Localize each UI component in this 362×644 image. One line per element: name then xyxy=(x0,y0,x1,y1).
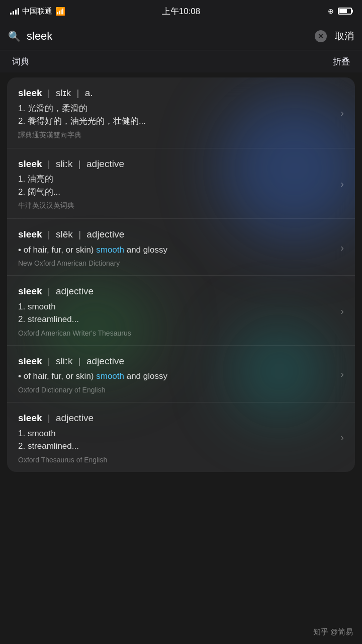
entry-4-source: Oxford American Writer's Thesaurus xyxy=(18,329,332,337)
entry-1-sep2: | xyxy=(77,88,82,98)
entry-4-pos: adjective xyxy=(56,286,94,296)
entry-6-word: sleek xyxy=(18,413,42,423)
entry-6-content: sleek | adjective 1. smooth 2. streamlin… xyxy=(18,412,332,464)
toolbar: 词典 折叠 xyxy=(0,50,362,72)
status-bar: 中国联通 📶 上午10:08 ⊕ xyxy=(0,0,362,22)
entry-3-word: sleek xyxy=(18,229,42,239)
entry-1-word: sleek xyxy=(18,88,42,98)
carrier-label: 中国联通 xyxy=(22,7,52,16)
chevron-right-icon: › xyxy=(340,242,344,254)
entry-4-content: sleek | adjective 1. smooth 2. streamlin… xyxy=(18,285,332,337)
entry-2-def1: 1. 油亮的 xyxy=(18,173,332,186)
cancel-button[interactable]: 取消 xyxy=(333,30,354,43)
entry-5-sep2: | xyxy=(78,356,83,366)
chevron-right-icon: › xyxy=(340,432,344,443)
entry-3-source: New Oxford American Dictionary xyxy=(18,259,332,267)
dictionary-entry-4[interactable]: sleek | adjective 1. smooth 2. streamlin… xyxy=(7,276,355,346)
entry-6-def2: 2. streamlined... xyxy=(18,440,332,453)
entry-4-def2: 2. streamlined... xyxy=(18,313,332,326)
collapse-button[interactable]: 折叠 xyxy=(333,56,350,67)
entry-5-sep1: | xyxy=(48,356,53,366)
entry-3-sep2: | xyxy=(78,229,83,239)
entry-5-highlight: smooth xyxy=(96,371,124,381)
entry-1-def1: 1. 光滑的，柔滑的 xyxy=(18,102,332,115)
entry-1-content: sleek | slɪk | a. 1. 光滑的，柔滑的 2. 養得好的，油光光… xyxy=(18,87,332,140)
entry-4-sep1: | xyxy=(48,286,53,296)
entry-6-sep1: | xyxy=(48,413,53,423)
entry-3-pos: adjective xyxy=(86,229,124,239)
status-left: 中国联通 📶 xyxy=(10,7,65,16)
entry-1-definitions: 1. 光滑的，柔滑的 2. 養得好的，油光光的，壮健的... xyxy=(18,102,332,128)
entry-3-pronunciation: slēk xyxy=(56,229,73,239)
results-card: sleek | slɪk | a. 1. 光滑的，柔滑的 2. 養得好的，油光光… xyxy=(7,77,355,472)
entry-1-def2: 2. 養得好的，油光光的，壮健的... xyxy=(18,115,332,128)
dictionary-label: 词典 xyxy=(12,56,29,67)
entry-2-content: sleek | sliːk | adjective 1. 油亮的 2. 阔气的.… xyxy=(18,157,332,211)
entry-3-def-rest: and glossy xyxy=(124,245,167,255)
entry-1-header: sleek | slɪk | a. xyxy=(18,87,332,100)
entry-2-definitions: 1. 油亮的 2. 阔气的... xyxy=(18,173,332,198)
entry-3-def-bullet: • of hair, fur, or skin) xyxy=(18,245,96,255)
entry-2-sep2: | xyxy=(78,158,83,169)
entry-5-def-bullet: • of hair, fur, or skin) xyxy=(18,371,96,381)
watermark: 知乎 @简易 xyxy=(313,627,353,637)
dictionary-entry-1[interactable]: sleek | slɪk | a. 1. 光滑的，柔滑的 2. 養得好的，油光光… xyxy=(7,77,355,148)
entry-2-source: 牛津英汉汉英词典 xyxy=(18,201,332,210)
entry-6-source: Oxford Thesaurus of English xyxy=(18,456,332,464)
dictionary-entry-6[interactable]: sleek | adjective 1. smooth 2. streamlin… xyxy=(7,403,355,472)
entry-2-def2: 2. 阔气的... xyxy=(18,186,332,199)
entry-6-header: sleek | adjective xyxy=(18,412,332,425)
entry-3-content: sleek | slēk | adjective • of hair, fur,… xyxy=(18,228,332,267)
entry-2-pos: adjective xyxy=(86,158,124,169)
entry-4-header: sleek | adjective xyxy=(18,285,332,298)
entry-5-pos: adjective xyxy=(86,356,124,366)
entry-5-pronunciation: sliːk xyxy=(56,356,72,366)
clear-button[interactable]: ✕ xyxy=(315,30,327,42)
entry-3-highlight: smooth xyxy=(96,245,124,255)
close-icon: ✕ xyxy=(318,33,324,40)
battery-icon xyxy=(338,8,352,15)
entry-4-definitions: 1. smooth 2. streamlined... xyxy=(18,300,332,326)
status-time: 上午10:08 xyxy=(162,6,201,17)
entry-1-source: 譯典通英漢雙向字典 xyxy=(18,131,332,140)
entry-1-pos: a. xyxy=(85,88,93,98)
entry-5-content: sleek | sliːk | adjective • of hair, fur… xyxy=(18,355,332,394)
lock-icon: ⊕ xyxy=(328,7,334,15)
search-bar: 🔍 sleek ✕ 取消 xyxy=(0,22,362,50)
entry-6-pos: adjective xyxy=(56,413,94,423)
entry-2-word: sleek xyxy=(18,158,42,169)
chevron-right-icon: › xyxy=(340,368,344,380)
entry-4-def1: 1. smooth xyxy=(18,300,332,313)
entry-1-pronunciation: slɪk xyxy=(56,88,71,98)
search-query[interactable]: sleek xyxy=(27,30,309,43)
entry-2-header: sleek | sliːk | adjective xyxy=(18,157,332,171)
status-right: ⊕ xyxy=(328,7,352,15)
entry-5-source: Oxford Dictionary of English xyxy=(18,386,332,394)
dictionary-entry-2[interactable]: sleek | sliːk | adjective 1. 油亮的 2. 阔气的.… xyxy=(7,148,355,219)
dictionary-entry-5[interactable]: sleek | sliːk | adjective • of hair, fur… xyxy=(7,346,355,403)
entry-5-definitions: • of hair, fur, or skin) smooth and glos… xyxy=(18,370,332,383)
entry-6-definitions: 1. smooth 2. streamlined... xyxy=(18,427,332,453)
wifi-icon: 📶 xyxy=(55,7,65,16)
entry-3-header: sleek | slēk | adjective xyxy=(18,228,332,242)
entry-5-def-rest: and glossy xyxy=(124,371,167,381)
search-icon: 🔍 xyxy=(8,30,21,42)
entry-2-pronunciation: sliːk xyxy=(56,158,72,169)
chevron-right-icon: › xyxy=(340,107,344,119)
entry-5-word: sleek xyxy=(18,356,42,366)
entry-5-header: sleek | sliːk | adjective xyxy=(18,355,332,368)
chevron-right-icon: › xyxy=(340,305,344,317)
chevron-right-icon: › xyxy=(340,178,344,190)
entry-2-sep1: | xyxy=(48,158,53,169)
entry-3-definitions: • of hair, fur, or skin) smooth and glos… xyxy=(18,244,332,257)
entry-4-word: sleek xyxy=(18,286,42,296)
dictionary-entry-3[interactable]: sleek | slēk | adjective • of hair, fur,… xyxy=(7,219,355,276)
entry-6-def1: 1. smooth xyxy=(18,427,332,440)
signal-icon xyxy=(10,8,19,15)
entry-1-sep1: | xyxy=(48,88,53,98)
entry-3-sep1: | xyxy=(48,229,53,239)
